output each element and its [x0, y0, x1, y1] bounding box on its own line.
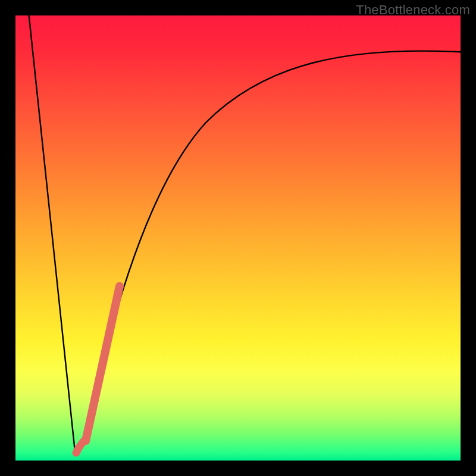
chart-frame: TheBottleneck.com	[0, 0, 476, 476]
curve-right-rise	[81, 51, 468, 450]
marker-segment	[86, 286, 120, 441]
marker-hook	[76, 439, 86, 453]
curve-left-descent	[29, 12, 75, 452]
chart-svg	[15, 15, 461, 461]
watermark-text: TheBottleneck.com	[356, 2, 470, 18]
